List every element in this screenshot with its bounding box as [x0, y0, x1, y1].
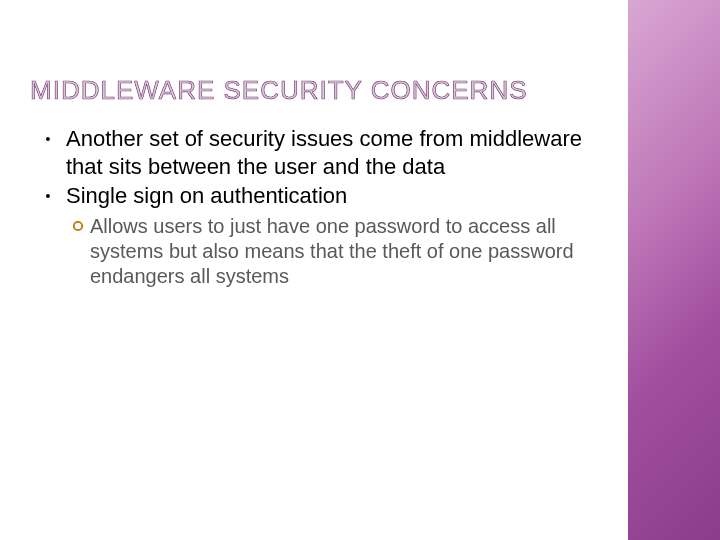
bullet-marker-icon: •: [30, 125, 66, 153]
sub-bullet-text: Allows users to just have one password t…: [90, 214, 590, 289]
sub-bullet-item: Allows users to just have one password t…: [66, 214, 590, 289]
bullet-item: • Another set of security issues come fr…: [30, 125, 590, 180]
bullet-text: Another set of security issues come from…: [66, 125, 590, 180]
bullet-marker-icon: •: [30, 182, 66, 210]
slide-content: • Another set of security issues come fr…: [30, 125, 590, 289]
bullet-item: • Single sign on authentication: [30, 182, 590, 210]
slide: MIDDLEWARE SECURITY CONCERNS • Another s…: [0, 0, 720, 540]
circle-bullet-icon: [66, 214, 90, 232]
slide-title: MIDDLEWARE SECURITY CONCERNS: [30, 75, 528, 106]
svg-point-0: [74, 222, 82, 230]
accent-bar: [628, 0, 720, 540]
bullet-text: Single sign on authentication: [66, 182, 347, 210]
